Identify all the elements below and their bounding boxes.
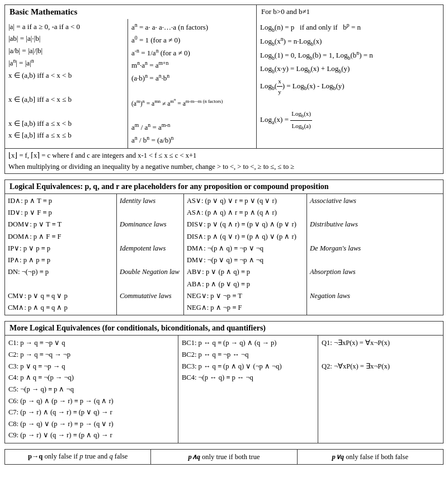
le-line: DIS∨: p ∨ (q ∧ r) ≡ (p ∨ q) ∧ (p ∨ r) xyxy=(187,219,304,230)
le-line: AB∨: p ∨ (p ∧ q) ≡ p xyxy=(187,266,304,278)
le-line: CM∧: p ∧ q ≡ q ∧ p xyxy=(8,302,114,314)
le-line xyxy=(310,231,440,243)
bm-line: Logb(xn) = n·Logb(x) xyxy=(260,35,440,49)
mle-line: C1: p → q ≡ ¬p ∨ q xyxy=(8,337,175,349)
bm-line xyxy=(131,109,253,121)
le-line xyxy=(120,302,181,314)
mle-header: More Logical Equivalences (for condition… xyxy=(5,322,443,336)
mle-line: BC1: p ↔ q ≡ (p → q) ∧ (q → p) xyxy=(182,337,314,349)
bm-line: Logb(1) = 0, Logb(b) = 1, Logb(bn) = n xyxy=(260,49,440,63)
logical-equiv-section: Logical Equivalences: p, q, and r are pl… xyxy=(4,180,444,316)
le-line xyxy=(120,278,181,290)
le-line xyxy=(310,302,440,314)
bm-line xyxy=(8,82,124,93)
mle-line: C4: p ∧ q ≡ ¬(p → ¬q) xyxy=(8,372,175,384)
le-col1: ID∧: p ∧ T ≡ p ID∨: p ∨ F ≡ p DOM∨: p ∨ … xyxy=(5,194,117,315)
bm-line: (am)n = amn ≠ amn = am·m···m (n factors) xyxy=(131,96,253,109)
mle-line xyxy=(322,349,440,361)
le-line: ID∧: p ∧ T ≡ p xyxy=(8,195,114,207)
bm-line: Loga(x) = Logb(x)Logb(a) xyxy=(260,108,440,133)
le-line: NEG∧: p ∧ ¬p ≡ F xyxy=(187,302,304,314)
le-line: Distributive laws xyxy=(310,219,440,230)
mle-line: Q1: ¬∃xP(x) = ∀x¬P(x) xyxy=(322,337,440,349)
more-le-section: More Logical Equivalences (for condition… xyxy=(4,321,444,443)
mle-line: C2: p → q ≡ ¬q → ¬p xyxy=(8,349,175,361)
le-subtitle: p, q, and r are placeholders for any pro… xyxy=(83,182,329,191)
le-line: Absorption laws xyxy=(310,266,440,278)
le-col4: Associative laws Distributive laws De Mo… xyxy=(307,194,443,315)
mle-line: C8: (p → q) ∨ (p → r) ≡ p → (q ∨ r) xyxy=(8,418,175,430)
le-grid: ID∧: p ∧ T ≡ p ID∨: p ∨ F ≡ p DOM∨: p ∨ … xyxy=(5,194,443,315)
bm-line: |a/b| = |a|/|b| xyxy=(8,45,124,56)
bm-line xyxy=(260,97,440,108)
le-line: DIS∧: p ∧ (q ∨ r) ≡ (p ∧ q) ∨ (p ∧ r) xyxy=(187,231,304,243)
bm-line: a0 = 1 (for a ≠ 0) xyxy=(131,34,253,46)
mle-line: BC2: p ↔ q ≡ ¬p ↔ ¬q xyxy=(182,349,314,361)
le-line: De Morgan's laws xyxy=(310,243,440,254)
mle-line: C7: (p → r) ∧ (q → r) ≡ (p ∨ q) → r xyxy=(8,407,175,418)
mle-content: C1: p → q ≡ ¬p ∨ q C2: p → q ≡ ¬q → ¬p C… xyxy=(5,336,443,443)
mle-col2: BC1: p ↔ q ≡ (p → q) ∧ (q → p) BC2: p ↔ … xyxy=(178,336,318,443)
le-line xyxy=(120,207,181,219)
bm-line: an / bn = (a/b)n xyxy=(131,134,253,147)
le-line xyxy=(310,254,440,266)
mle-line: C3: p ∨ q ≡ ¬p → q xyxy=(8,361,175,372)
bm-line: x ∈ [a,b) iff a ≤ x < b xyxy=(8,117,124,129)
basic-math-header: Basic Mathematics For b>0 and b≠1 xyxy=(5,5,443,19)
le-line: DN: ¬(¬p) ≡ p xyxy=(8,266,114,278)
le-line: DOM∨: p ∨ T ≡ T xyxy=(8,219,114,230)
le-line: Double Negation law xyxy=(120,266,181,278)
le-line: Dominance laws xyxy=(120,219,181,230)
bm-line: Logb(xy) = Logb(x) - Logb(y) xyxy=(260,76,440,97)
le-line: Idempotent laws xyxy=(120,243,181,254)
bm-line: x ∈ [a,b] iff a ≤ x ≤ b xyxy=(8,129,124,141)
bm-line: x ∈ (a,b] iff a < x ≤ b xyxy=(8,93,124,105)
bm-col1: |a| = a if a ≥ 0, -a if a < 0 |ab| = |a|… xyxy=(5,19,128,148)
le-line: CM∨: p ∨ q ≡ q ∨ p xyxy=(8,290,114,302)
le-line: IP∧: p ∧ p ≡ p xyxy=(8,254,114,266)
bm-line: |a| = a if a ≥ 0, -a if a < 0 xyxy=(8,21,124,32)
bm-line: x ∈ (a,b) iff a < x < b xyxy=(8,69,124,81)
le-line: DOM∧: p ∧ F ≡ F xyxy=(8,231,114,243)
le-line: Negation laws xyxy=(310,290,440,302)
le-header: Logical Equivalences: p, q, and r are pl… xyxy=(5,180,443,194)
mle-line: C6: (p → q) ∧ (p → r) ≡ p → (q ∧ r) xyxy=(8,395,175,407)
basic-math-content: |a| = a if a ≥ 0, -a if a < 0 |ab| = |a|… xyxy=(5,19,443,148)
le-associative-laws-label: Associative laws xyxy=(310,195,440,207)
bm-col2: an = a· a· a·…·a (n factors) a0 = 1 (for… xyxy=(128,19,257,148)
bottom-cell-conditional: p→q only false if p true and q false xyxy=(5,450,151,464)
mle-line: Q2: ¬∀xP(x) = ∃x¬P(x) xyxy=(322,361,440,372)
bottom-row: p→q only false if p true and q false p∧q… xyxy=(4,449,444,465)
basic-math-title: Basic Mathematics xyxy=(5,5,257,19)
le-col3: AS∨: (p ∨ q) ∨ r ≡ p ∨ (q ∨ r) AS∧: (p ∧… xyxy=(184,194,307,315)
bm-line: |ab| = |a|·|b| xyxy=(8,32,124,44)
bm-footer-line2: When multiplying or dividing an inequali… xyxy=(8,161,440,172)
bm-line: Logb(n) = p if and only if bp = n xyxy=(260,21,440,35)
le-line: ID∨: p ∨ F ≡ p xyxy=(8,207,114,219)
le-line: IP∨: p ∨ p ≡ p xyxy=(8,243,114,254)
bm-line: (a·b)n = an·bn xyxy=(131,72,253,84)
bm-line: Logb(x·y) = Logb(x) + Logb(y) xyxy=(260,63,440,76)
le-line xyxy=(120,254,181,266)
le-line xyxy=(310,278,440,290)
le-col2: Identity laws Dominance laws Idempotent … xyxy=(117,194,184,315)
log-title: For b>0 and b≠1 xyxy=(257,5,443,19)
le-line: NEG∨: p ∨ ¬p ≡ T xyxy=(187,290,304,302)
le-line xyxy=(310,207,440,219)
bm-line: mn·an = am+n xyxy=(131,59,253,72)
mle-line: BC3: p ↔ q ≡ (p ∧ q) ∨ (¬p ∧ ¬q) xyxy=(182,361,314,372)
le-line: AS∨: (p ∨ q) ∨ r ≡ p ∨ (q ∨ r) xyxy=(187,195,304,207)
basic-math-section: Basic Mathematics For b>0 and b≠1 |a| = … xyxy=(4,4,444,174)
bm-line: am / an = am-n xyxy=(131,121,253,134)
mle-line: C5: ¬(p → q) ≡ p ∧ ¬q xyxy=(8,384,175,395)
le-line: Commutative laws xyxy=(120,290,181,302)
mle-col3: Q1: ¬∃xP(x) = ∀x¬P(x) Q2: ¬∀xP(x) = ∃x¬P… xyxy=(318,336,443,443)
bottom-cell-or: p∨q only false if both false xyxy=(298,450,443,464)
le-line xyxy=(8,278,114,290)
bm-footer-line1: ⌊x⌋ = f, ⌈x⌉ = c where f and c are integ… xyxy=(8,150,440,161)
mle-line: BC4: ¬(p ↔ q) ≡ p ↔ ¬q xyxy=(182,372,314,384)
bm-footer: ⌊x⌋ = f, ⌈x⌉ = c where f and c are integ… xyxy=(5,148,443,173)
mle-line: C9: (p → r) ∨ (q → r) ≡ (p ∧ q) → r xyxy=(8,429,175,441)
bm-line: |an| = |a|n xyxy=(8,56,124,69)
bm-line xyxy=(131,84,253,96)
